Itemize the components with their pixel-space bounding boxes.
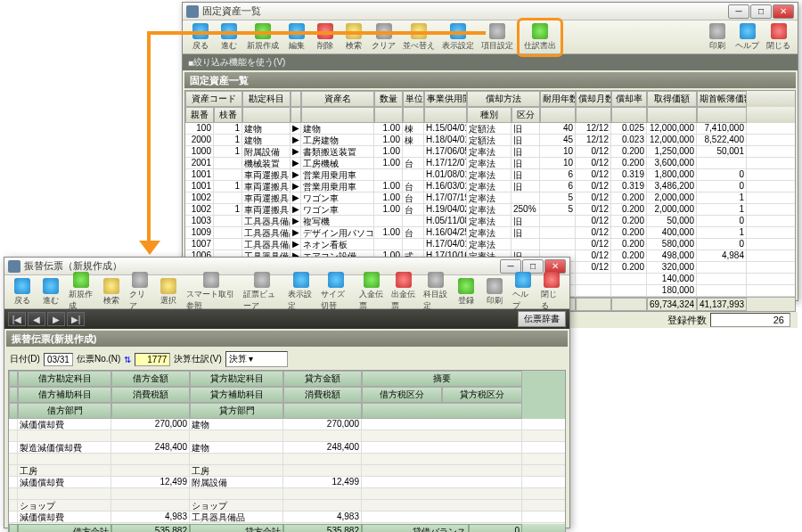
arrow-horizontal (147, 31, 486, 35)
last-button[interactable]: ▶| (67, 312, 85, 326)
back-button[interactable]: 戻る (186, 21, 215, 53)
arrow-vertical (147, 31, 151, 243)
smart-button[interactable]: スマート取引参照 (183, 270, 240, 314)
back-button[interactable]: 戻る (8, 276, 37, 308)
search-button[interactable]: 検索 (97, 276, 126, 308)
select-button[interactable]: 選択 (154, 276, 183, 308)
table-row[interactable]: 製造減価償却費248,400建物248,400 (9, 442, 565, 454)
print-button[interactable]: 印刷 (480, 276, 509, 308)
status-label: 登録件数 (667, 314, 707, 327)
table-row[interactable]: 減価償却費12,499附属設備12,499 (9, 477, 565, 488)
window-title: 固定資産一覧 (202, 4, 728, 18)
table-row[interactable]: ショップショップ (9, 500, 565, 512)
table-row[interactable]: 10001附属設備▶書類搬送装置1.00H.17/06/05定率法旧100/12… (185, 146, 795, 158)
grid-header: 借方勘定科目 借方金額 貸方勘定科目 貸方金額 摘要 (9, 371, 565, 387)
filter-bar[interactable]: ■ 絞り込み機能を使う(V) (183, 54, 798, 70)
table-row[interactable]: 10021車両運搬具▶ワゴン車1.00台H.19/04/02定率法250%50/… (185, 204, 795, 216)
export-highlight: 仕訳書出 (517, 18, 563, 57)
table-row[interactable]: 1002車両運搬具▶ワゴン車1.00台H.17/07/19定率法50/120.2… (185, 192, 795, 204)
table-row[interactable]: 1009工具器具備品▶デザイン用パソコン1.00台H.16/04/25定率法旧0… (185, 227, 795, 239)
delete-button[interactable]: 削除 (311, 21, 340, 53)
arrow-head-icon (139, 241, 160, 255)
minimize-button[interactable]: ─ (728, 4, 749, 19)
next-button[interactable]: ▶ (47, 312, 65, 326)
panel-header: 振替伝票(新規作成) (6, 331, 568, 347)
table-row[interactable]: 10011車両運搬具▶営業用乗用車1.00台H.16/03/01定率法旧60/1… (185, 181, 795, 192)
date-field[interactable]: 03/31 (44, 353, 73, 366)
record-count: 26 (710, 313, 790, 327)
grid-header: 資産コード 勘定科目 資産名 数量 単位 事業供用開始日 償却方法 耐用年数 償… (185, 91, 795, 107)
print-button[interactable]: 印刷 (703, 21, 732, 53)
app-icon (186, 5, 199, 18)
close-button-tb[interactable]: 閉じる (763, 21, 794, 53)
table-row[interactable]: 減価償却費4,983工具器具備品4,983 (9, 512, 565, 523)
journal-grid: 借方勘定科目 借方金額 貸方勘定科目 貸方金額 摘要 借方補助科目 消費税額 貸… (8, 370, 566, 532)
sort-button[interactable]: 並べ替え (399, 21, 438, 53)
prev-button[interactable]: ◀ (28, 312, 45, 326)
no-label: 伝票No.(N) (77, 353, 120, 365)
table-row[interactable]: 1001建物▶建物1.00棟H.15/04/01定額法旧4012/120.025… (185, 123, 795, 135)
table-row[interactable]: 1001車両運搬具▶営業用乗用車H.01/08/01定率法旧60/120.319… (185, 169, 795, 181)
item-button[interactable]: 科目設定 (420, 270, 452, 314)
help-button[interactable]: ヘルプ (732, 21, 763, 53)
close-button[interactable]: ✕ (773, 4, 794, 19)
cashin-button[interactable]: 入金伝票 (356, 270, 388, 314)
forward-button[interactable]: 進む (215, 21, 243, 53)
table-row[interactable]: 工房工房 (9, 465, 565, 477)
journal-window: 振替伝票（新規作成） ─ □ ✕ 戻る 進む 新規作成 検索 クリア 選択 スマ… (4, 257, 570, 528)
edit-button[interactable]: 編集 (282, 21, 311, 53)
panel-header: 固定資産一覧 (184, 72, 796, 88)
new-button[interactable]: 新規作成 (65, 270, 97, 314)
table-row[interactable]: 2001機械装置▶工房機械1.00台H.17/12/07定率法旧100/120.… (185, 158, 795, 169)
dictionary-button[interactable]: 伝票辞書 (518, 311, 566, 327)
toolbar: 戻る 進む 新規作成 検索 クリア 選択 スマート取引参照 証票ビューア 表示設… (4, 275, 569, 309)
display-button[interactable]: 表示設定 (284, 270, 316, 314)
items-button[interactable]: 項目設定 (478, 21, 517, 53)
evidence-button[interactable]: 証票ビューア (240, 270, 284, 314)
close-button-tb[interactable]: 閉じる (537, 270, 566, 314)
first-button[interactable]: |◀ (8, 312, 26, 326)
grid-header-3: 借方部門 貸方部門 (9, 403, 565, 419)
cashout-button[interactable]: 出金伝票 (388, 270, 420, 314)
display-button[interactable]: 表示設定 (438, 21, 478, 53)
new-button[interactable]: 新規作成 (243, 21, 282, 53)
clear-button[interactable]: クリア (368, 21, 399, 53)
kessan-label: 決算仕訳(V) (174, 353, 221, 365)
clear-button[interactable]: クリア (126, 270, 154, 314)
grid-header-2: 親番 枝番 種別 区分 (185, 107, 795, 123)
kessan-select[interactable]: 決算 ▾ (225, 351, 288, 367)
titlebar: 固定資産一覧 ─ □ ✕ (183, 3, 798, 20)
voucher-no-field[interactable]: 1777 (135, 353, 170, 366)
date-label: 日付(D) (10, 353, 40, 365)
help-button[interactable]: ヘルプ (509, 270, 537, 314)
journal-export-button[interactable]: 仕訳書出 (520, 21, 560, 53)
forward-button[interactable]: 進む (37, 276, 65, 308)
maximize-button[interactable]: □ (750, 4, 772, 19)
app-icon (8, 260, 20, 273)
size-button[interactable]: サイズ切替 (317, 270, 356, 314)
grid-body[interactable]: 減価償却費270,000建物270,000製造減価償却費248,400建物248… (9, 419, 565, 524)
grid-footer: 借方合計 535,882 貸方合計 535,882 貸借バランス 0 (9, 524, 565, 532)
table-row[interactable]: 1003工具器具備品▶複写機H.05/11/08定率法旧0/120.20050,… (185, 216, 795, 227)
grid-header-2: 借方補助科目 消費税額 貸方補助科目 消費税額 借方税区分 貸方税区分 (9, 387, 565, 403)
table-row[interactable]: 減価償却費270,000建物270,000 (9, 419, 565, 430)
toolbar: 戻る 進む 新規作成 編集 削除 検索 クリア 並べ替え 表示設定 項目設定 仕… (183, 20, 798, 54)
search-button[interactable]: 検索 (340, 21, 368, 53)
table-row[interactable]: 1007工具器具備品▶ネオン看板H.17/04/01定率法0/120.20058… (185, 239, 795, 250)
register-button[interactable]: 登録 (452, 276, 480, 308)
table-row[interactable]: 20001建物▶工房建物1.00棟H.18/04/01定額法旧4512/120.… (185, 135, 795, 146)
form-row: 日付(D) 03/31 伝票No.(N) ⇅ 1777 決算仕訳(V) 決算 ▾ (4, 348, 569, 370)
